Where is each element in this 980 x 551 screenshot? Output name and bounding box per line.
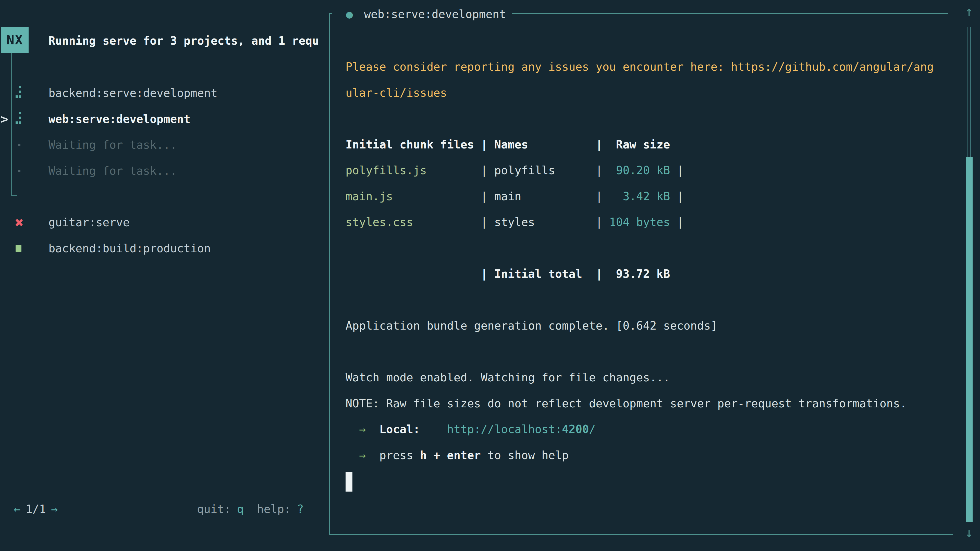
page-next-arrow-icon[interactable]: → [51,503,58,516]
panel-border-left [329,13,330,535]
task-label: Waiting for task... [48,132,177,158]
terminal-text: main [494,190,522,203]
task-item[interactable]: guitar:serve [0,210,328,235]
task-item[interactable]: web:serve:development [0,106,328,132]
terminal-text: h + enter [420,449,480,462]
terminal-text: | [427,164,494,177]
terminal-line: Please consider reporting any issues you… [345,54,934,80]
terminal-line: Watch mode enabled. Watching for file ch… [345,365,934,391]
terminal-text: Local: [379,423,420,436]
terminal-text: 104 bytes [609,216,670,229]
terminal-text: styles [494,216,535,229]
terminal-cursor [345,472,352,492]
scrollbar-thumb[interactable] [966,157,973,522]
terminal-text: → [359,449,366,462]
panel-border-bottom [329,534,953,535]
terminal-text: polyfills [494,164,555,177]
terminal-text: | [393,190,494,203]
running-status-dot-icon: ● [346,8,353,21]
dot-icon [13,158,30,184]
quit-label: quit: [197,503,231,516]
nx-terminal-ui: NX Running serve for 3 projects, and 1 r… [0,0,980,551]
task-item[interactable]: Waiting for task... [0,158,328,184]
terminal-text: Initial chunk files | Names | Raw size [345,138,670,151]
terminal-line: | Initial total | 93.72 kB [345,261,934,287]
local-url-link[interactable]: 4200 [562,423,589,436]
task-label: guitar:serve [48,210,130,235]
terminal-text: → [359,423,366,436]
task-label: backend:build:production [48,235,211,262]
quit-key: q [237,503,244,516]
task-item[interactable]: Waiting for task... [0,132,328,158]
terminal-text: 3.42 kB [623,190,670,203]
terminal-text: | [670,216,684,229]
terminal-text: | [670,190,684,203]
pagination: ←1/1→ [14,496,58,522]
spinner-icon [13,80,30,106]
help-label: help: [257,503,291,516]
terminal-line: → press h + enter to show help [345,442,934,468]
terminal-text: Application bundle generation complete. … [345,319,718,332]
task-item[interactable]: backend:serve:development [0,80,328,106]
terminal-line: Application bundle generation complete. … [345,313,934,339]
header-title: Running serve for 3 projects, and 1 requ [48,28,328,54]
terminal-line: NOTE: Raw file sizes do not reflect deve… [345,391,934,416]
terminal-text [345,449,359,462]
terminal-text: Please consider reporting any issues you… [345,60,934,73]
terminal-text: Watch mode enabled. Watching for file ch… [345,371,670,384]
terminal-text: to show help [481,449,569,462]
cross-icon [13,210,30,235]
terminal-line [345,468,934,494]
panel-title: ●web:serve:development [332,2,512,27]
square-icon [13,235,30,262]
terminal-line: Initial chunk files | Names | Raw size [345,132,934,158]
terminal-text: | [535,216,609,229]
terminal-text: | [413,216,494,229]
terminal-text: press [366,449,420,462]
keyboard-shortcuts: quit:qhelp:? [170,496,304,522]
terminal-text: | [522,190,623,203]
terminal-text: | [555,164,616,177]
terminal-text: main.js [345,190,393,203]
terminal-text: NOTE: Raw file sizes do not reflect deve… [345,397,907,410]
help-key: ? [297,503,304,516]
terminal-line: main.js | main | 3.42 kB | [345,183,934,210]
terminal-line [345,106,934,132]
nx-logo: NX [1,27,29,53]
terminal-text: polyfills.js [345,164,427,177]
terminal-text [420,423,447,436]
task-label: Waiting for task... [48,158,177,184]
terminal-line [345,287,934,313]
terminal-text [366,423,379,436]
terminal-line: → Local: http://localhost:4200/ [345,416,934,442]
page-prev-arrow-icon[interactable]: ← [14,503,21,516]
task-label: backend:serve:development [48,80,218,106]
panel-title-text: web:serve:development [364,8,506,21]
terminal-line [345,235,934,261]
page-indicator: 1/1 [26,503,46,516]
terminal-line: styles.css | styles | 104 bytes | [345,209,934,235]
local-url-link[interactable]: / [589,423,596,436]
task-label: web:serve:development [48,106,190,132]
terminal-text: 90.20 kB [616,164,670,177]
scroll-down-arrow-icon[interactable]: ↓ [962,521,976,544]
spinner-icon [13,106,30,132]
terminal-text: ular-cli/issues [345,86,447,99]
terminal-line: ular-cli/issues [345,80,934,106]
terminal-text [345,423,359,436]
terminal-line [345,339,934,365]
terminal-line: polyfills.js | polyfills | 90.20 kB | [345,157,934,183]
terminal-text: | [670,164,684,177]
dot-icon [13,132,30,158]
terminal-text: styles.css [345,216,413,229]
terminal-text: | Initial total | 93.72 kB [345,267,670,280]
scroll-up-arrow-icon[interactable]: ↑ [962,0,976,23]
terminal-output: Please consider reporting any issues you… [345,54,934,494]
task-item[interactable]: backend:build:production [0,235,328,262]
local-url-link[interactable]: http://localhost: [447,423,562,436]
